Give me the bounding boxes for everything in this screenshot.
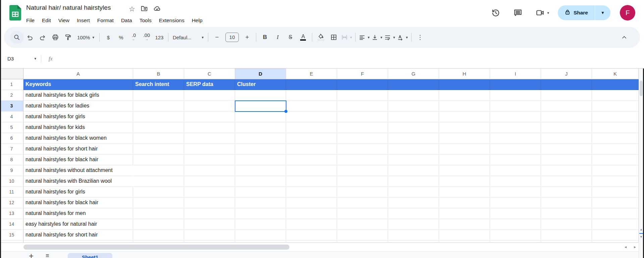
comments-icon[interactable] <box>514 8 522 17</box>
cell-G8[interactable] <box>388 155 439 165</box>
menu-file[interactable]: File <box>22 16 38 25</box>
cell-I10[interactable] <box>490 176 541 187</box>
cell-B10[interactable] <box>133 176 184 187</box>
cell-F1[interactable] <box>337 79 388 90</box>
cell-D10[interactable] <box>235 176 286 187</box>
cell-G3[interactable] <box>388 101 439 112</box>
cell-A9[interactable]: natural hairstyles without attachment <box>23 165 133 176</box>
borders-button[interactable] <box>327 31 340 44</box>
cell-J6[interactable] <box>541 133 592 144</box>
column-header-D[interactable]: D <box>235 69 286 79</box>
cell-H2[interactable] <box>439 90 490 101</box>
move-to-folder-icon[interactable] <box>141 5 148 13</box>
cell-I6[interactable] <box>490 133 541 144</box>
cell-J5[interactable] <box>541 122 592 133</box>
cell-K10[interactable] <box>592 176 639 187</box>
cell-G14[interactable] <box>388 219 439 230</box>
column-header-A[interactable]: A <box>23 69 133 79</box>
cell-C9[interactable] <box>184 165 235 176</box>
cell-C15[interactable] <box>184 230 235 241</box>
column-header-I[interactable]: I <box>490 69 541 79</box>
cell-J10[interactable] <box>541 176 592 187</box>
cell-F13[interactable] <box>337 208 388 219</box>
cell-A4[interactable]: natural hairstyles for girls <box>23 112 133 122</box>
row-header-13[interactable]: 13 <box>0 208 23 219</box>
column-header-J[interactable]: J <box>541 69 592 79</box>
cell-A8[interactable]: natural hairstyles for black hair <box>23 155 133 165</box>
cell-H5[interactable] <box>439 122 490 133</box>
column-header-H[interactable]: H <box>439 69 490 79</box>
cell-B12[interactable] <box>133 198 184 208</box>
document-title[interactable]: Natural hair/ natural hairstyles <box>26 4 111 11</box>
cell-D7[interactable] <box>235 144 286 155</box>
cell-E2[interactable] <box>286 90 337 101</box>
cell-B1[interactable]: Search intent <box>133 79 184 90</box>
more-formats-button[interactable]: 123 <box>153 31 166 44</box>
cell-K14[interactable] <box>592 219 639 230</box>
name-box-caret-icon[interactable]: ▾ <box>34 56 36 61</box>
horizontal-align-button[interactable] <box>358 31 371 44</box>
cell-K1[interactable] <box>592 79 639 90</box>
cell-J12[interactable] <box>541 198 592 208</box>
cell-I14[interactable] <box>490 219 541 230</box>
cell-K13[interactable] <box>592 208 639 219</box>
fill-handle[interactable] <box>284 110 287 113</box>
row-header-7[interactable]: 7 <box>0 144 23 155</box>
cell-K5[interactable] <box>592 122 639 133</box>
column-header-E[interactable]: E <box>286 69 337 79</box>
cell-C7[interactable] <box>184 144 235 155</box>
menu-format[interactable]: Format <box>94 16 117 25</box>
hide-menus-chevron-button[interactable] <box>618 31 631 44</box>
merge-cells-button[interactable] <box>340 31 353 44</box>
cell-A13[interactable]: natural hairstyles for men <box>23 208 133 219</box>
italic-button[interactable]: I <box>271 31 284 44</box>
text-wrap-button[interactable] <box>383 31 396 44</box>
cell-C4[interactable] <box>184 112 235 122</box>
row-header-10[interactable]: 10 <box>0 176 23 187</box>
cell-K2[interactable] <box>592 90 639 101</box>
cell-F2[interactable] <box>337 90 388 101</box>
cell-A6[interactable]: natural hairstyles for black women <box>23 133 133 144</box>
cell-B6[interactable] <box>133 133 184 144</box>
cell-G9[interactable] <box>388 165 439 176</box>
cell-C14[interactable] <box>184 219 235 230</box>
cell-J1[interactable] <box>541 79 592 90</box>
horizontal-scrollbar-thumb[interactable] <box>23 245 289 250</box>
cell-H15[interactable] <box>439 230 490 241</box>
cell-A2[interactable]: natural hairstyles for black girls <box>23 90 133 101</box>
cell-D14[interactable] <box>235 219 286 230</box>
cell-C3[interactable] <box>184 101 235 112</box>
cell-J8[interactable] <box>541 155 592 165</box>
cell-B15[interactable] <box>133 230 184 241</box>
row-header-1[interactable]: 1 <box>0 79 23 90</box>
cell-F3[interactable] <box>337 101 388 112</box>
cell-F11[interactable] <box>337 187 388 198</box>
share-dropdown-caret-icon[interactable]: ▼ <box>595 10 610 15</box>
select-all-corner[interactable] <box>0 69 23 79</box>
cell-I2[interactable] <box>490 90 541 101</box>
cell-I9[interactable] <box>490 165 541 176</box>
row-header-9[interactable]: 9 <box>0 165 23 176</box>
cell-G10[interactable] <box>388 176 439 187</box>
row-header-11[interactable]: 11 <box>0 187 23 198</box>
cell-B7[interactable] <box>133 144 184 155</box>
cell-I11[interactable] <box>490 187 541 198</box>
cell-C6[interactable] <box>184 133 235 144</box>
cell-K11[interactable] <box>592 187 639 198</box>
row-header-12[interactable]: 12 <box>0 198 23 208</box>
cell-J14[interactable] <box>541 219 592 230</box>
all-sheets-menu-button[interactable]: ≡ <box>46 253 49 258</box>
cell-F6[interactable] <box>337 133 388 144</box>
cell-I5[interactable] <box>490 122 541 133</box>
cell-H8[interactable] <box>439 155 490 165</box>
redo-button[interactable] <box>36 31 49 44</box>
cell-C12[interactable] <box>184 198 235 208</box>
cell-K3[interactable] <box>592 101 639 112</box>
sheets-logo-icon[interactable] <box>9 5 21 22</box>
cell-K7[interactable] <box>592 144 639 155</box>
star-icon[interactable]: ☆ <box>129 6 135 12</box>
cell-F10[interactable] <box>337 176 388 187</box>
horizontal-scrollbar[interactable]: ◂ ▸ <box>0 243 644 251</box>
cell-J7[interactable] <box>541 144 592 155</box>
cell-D8[interactable] <box>235 155 286 165</box>
